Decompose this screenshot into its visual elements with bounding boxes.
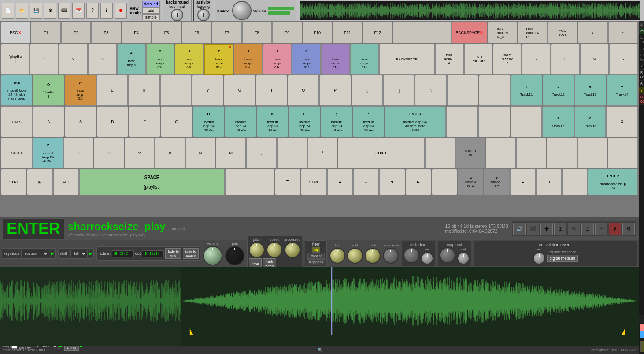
p-key[interactable]: P <box>319 75 351 106</box>
menu-key[interactable]: ☰ <box>275 169 300 195</box>
t-key[interactable]: T <box>160 75 192 106</box>
reverb-wet-knob[interactable] <box>533 252 545 265</box>
backspace-key[interactable]: BACKSPACE✕ <box>452 22 487 43</box>
space-key[interactable]: SPACE[playlist] <box>79 169 225 195</box>
f10-key[interactable]: F10 <box>303 22 332 43</box>
v-key[interactable]: V <box>125 138 155 168</box>
num2-key[interactable]: 2 <box>59 44 88 75</box>
ringmod-knob[interactable] <box>440 247 455 263</box>
color-swatch-red[interactable] <box>640 324 644 331</box>
num1-key[interactable]: 1 <box>30 44 59 75</box>
f3-key[interactable]: F3 <box>91 22 121 43</box>
fade-to-pause-btn[interactable]: fade topause <box>183 248 199 259</box>
track-item-2[interactable]: ENTER sharrockseize_play -0:02:20.15 / 0… <box>639 28 644 34</box>
numdot-key[interactable]: . <box>562 169 588 195</box>
color-swatch-lightblue[interactable] <box>640 331 644 338</box>
speaker-icon[interactable]: 🔊 <box>513 223 526 235</box>
ringmod-wet-knob[interactable] <box>457 252 470 265</box>
caps-3[interactable]: 3 <box>606 106 638 137</box>
pgd-key[interactable]: PGDGATEK2 <box>493 44 522 75</box>
processed-knob[interactable] <box>285 242 300 258</box>
k-key[interactable]: Kmcduffloop 24-48 w... <box>257 106 289 137</box>
quote-key[interactable]: 'mcduffloop 24-48 w... <box>353 106 385 137</box>
ins-key[interactable]: INS808CNG_B <box>488 22 517 43</box>
semicolon-key[interactable]: ;mcduffloop 24-48 w... <box>321 106 352 137</box>
f11-key[interactable]: F11 <box>333 22 362 43</box>
esc-key[interactable]: ESC✕ <box>1 22 30 43</box>
rarrow2-key[interactable]: ► <box>510 169 536 195</box>
u-key[interactable]: U <box>224 75 255 106</box>
volume-knob[interactable] <box>203 246 222 265</box>
f4-key[interactable]: F4 <box>122 22 151 43</box>
caps-track16[interactable]: 2Track16 <box>574 106 606 137</box>
f9-key[interactable]: F9 <box>272 22 302 43</box>
speed-knob[interactable] <box>266 242 282 258</box>
keymode-select[interactable]: sustain one-shot <box>21 250 49 257</box>
uarrow-key[interactable]: ▲ <box>353 169 379 195</box>
b-key[interactable]: B <box>155 138 185 168</box>
transport-btn6[interactable]: ↩ <box>595 223 607 235</box>
h-key[interactable]: Hmcduffloop 24-48 w... <box>193 106 225 137</box>
numslash-key[interactable]: / <box>578 22 607 43</box>
bg-input-knob[interactable] <box>171 9 183 21</box>
simple-btn[interactable]: simple <box>142 14 160 20</box>
digital-medium-btn[interactable]: digital medium <box>547 255 578 262</box>
num9-key[interactable]: 9bassamp-01e <box>263 44 292 75</box>
help-button[interactable]: ? <box>86 3 99 19</box>
settings-transport-btn[interactable]: ⚙ <box>622 223 635 235</box>
comma-key[interactable]: , <box>246 138 276 168</box>
kill-select[interactable]: kill <box>70 250 88 257</box>
end-key[interactable]: END78GUIR <box>464 44 493 75</box>
808cowa-key[interactable]: ◄808CNG_A <box>458 169 483 195</box>
numstar-key[interactable]: * <box>608 22 638 43</box>
settings-button[interactable]: ⚙ <box>44 3 56 19</box>
slash-key[interactable]: / <box>307 138 337 168</box>
mid-knob[interactable] <box>347 248 363 264</box>
l-key[interactable]: Lmcduffloop 24-48 w... <box>289 106 320 137</box>
f12-key[interactable]: F12 <box>363 22 392 43</box>
master-volume-knob[interactable] <box>232 1 252 20</box>
caps-track15[interactable]: 1Track15 <box>542 106 574 137</box>
grave-key[interactable]: [playlist] <box>1 44 30 75</box>
open-button[interactable]: 📂 <box>16 3 28 19</box>
f5-key[interactable]: F5 <box>152 22 181 43</box>
f8-key[interactable]: F8 <box>242 22 272 43</box>
num8-key[interactable]: 8bassamp-01d <box>234 44 263 75</box>
num7-key[interactable]: 7bassamp-01c✕ <box>204 44 233 75</box>
save-button[interactable]: 💾 <box>30 3 42 19</box>
minus-key[interactable]: -bassamp-01g <box>321 44 350 75</box>
period-key[interactable]: . <box>277 138 307 168</box>
add-btn[interactable]: add <box>142 7 160 14</box>
track-item-1[interactable]: 2 Track16 -0:00:20.64 / 0:00:48.87 <box>639 21 644 28</box>
fade-out-input[interactable] <box>142 250 164 257</box>
low-knob[interactable] <box>329 248 345 264</box>
fade-in-input[interactable] <box>112 250 134 257</box>
rctrl-key[interactable]: CTRL <box>301 169 326 195</box>
dryclap-key[interactable]: ▼DRYCLAP <box>484 169 509 195</box>
transport-btn4[interactable]: ✂ <box>568 223 580 235</box>
y-key[interactable]: Y <box>192 75 223 106</box>
backspace2-key[interactable]: BACKSPACE <box>379 44 435 75</box>
num6-key[interactable]: 6bassamp-01b <box>175 44 204 75</box>
g-key[interactable]: G <box>161 106 192 137</box>
ctrl-key[interactable]: CTRL <box>1 169 26 195</box>
new-button[interactable]: 📄 <box>2 3 14 19</box>
f7-key[interactable]: F7 <box>212 22 241 43</box>
track-item-6[interactable]: Z mcduff loo.. 4-48 with... -0:00:01.19 … <box>639 63 644 70</box>
x-key[interactable]: X <box>63 138 93 168</box>
highpass-btn[interactable]: highpass <box>307 259 325 265</box>
calendar-button[interactable]: 📅 <box>72 3 85 19</box>
f-key[interactable]: F <box>129 106 160 137</box>
tab-track14[interactable]: +Track14 <box>607 75 638 106</box>
enter-caps-key[interactable]: ENTERmcduff loop 24-48 with morecues <box>385 106 446 137</box>
tab-track13[interactable]: 6Track13 <box>574 75 606 106</box>
detailed-btn[interactable]: detailed <box>142 1 160 7</box>
f2-key[interactable]: F2 <box>61 22 91 43</box>
caps-key[interactable]: CAPS <box>1 106 33 137</box>
enter-pad-key[interactable]: ENTERsharrockseize_play <box>588 169 638 195</box>
m-key[interactable]: M <box>216 138 246 168</box>
num3-key[interactable]: 3 <box>88 44 117 75</box>
num0pad-key[interactable]: 0 <box>536 169 562 195</box>
lshift-key[interactable]: SHIFT <box>1 138 33 168</box>
transport-btn3[interactable]: ⊞ <box>554 223 566 235</box>
